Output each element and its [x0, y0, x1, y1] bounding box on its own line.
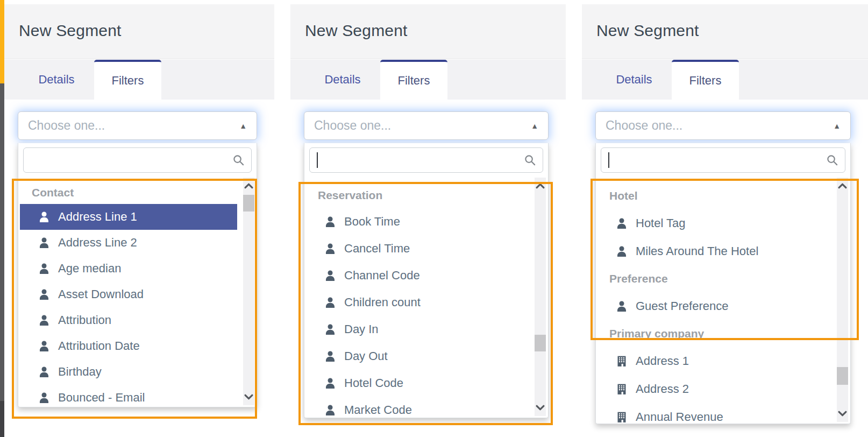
tab-details[interactable]: Details [305, 60, 380, 100]
select-placeholder: Choose one... [314, 118, 531, 133]
scrollbar-up-icon[interactable] [536, 182, 545, 189]
list-item-label: Day Out [344, 349, 388, 363]
tab-details[interactable]: Details [596, 60, 672, 100]
search-input[interactable] [601, 148, 845, 172]
tab-bar: Details Filters [582, 60, 868, 100]
scrollbar-thumb[interactable] [837, 367, 848, 385]
scrollbar-thumb[interactable] [535, 335, 546, 351]
list-item[interactable]: Address 2 [597, 375, 831, 403]
person-icon [616, 245, 628, 257]
search-input[interactable] [24, 148, 251, 172]
list-item[interactable]: Book Time [306, 208, 529, 235]
scrollbar[interactable] [837, 178, 848, 422]
person-icon [616, 217, 628, 229]
tab-filters[interactable]: Filters [380, 60, 447, 100]
list-item-label: Address 2 [636, 382, 689, 396]
options-list: ContactAddress Line 1Address Line 2Age m… [18, 177, 257, 407]
list-item-label: Annual Revenue [636, 410, 723, 424]
list-item[interactable]: Channel Code [306, 262, 529, 289]
group-header: Preference [596, 265, 850, 292]
list-item-label: Address Line 2 [58, 236, 137, 250]
person-icon [324, 297, 336, 308]
person-icon [38, 263, 50, 274]
list-item[interactable]: Hotel Tag [597, 209, 831, 237]
group-header: Hotel [596, 182, 850, 209]
scrollbar[interactable] [535, 178, 546, 416]
scrollbar-up-icon[interactable] [244, 182, 253, 189]
search-box [601, 147, 845, 173]
select-placeholder: Choose one... [606, 118, 833, 133]
person-icon [324, 404, 336, 416]
filter-type-select[interactable]: Choose one... ▲ [304, 111, 549, 140]
tab-bar: Details Filters [4, 60, 274, 100]
select-dropdown-panel: HotelHotel TagMiles Around The HotelPref… [595, 143, 851, 424]
search-input[interactable] [310, 148, 543, 172]
tab-filters[interactable]: Filters [672, 60, 739, 100]
scrollbar-down-icon[interactable] [838, 410, 847, 417]
scrollbar-down-icon[interactable] [244, 393, 253, 400]
scrollbar-thumb[interactable] [243, 195, 254, 212]
list-item-label: Bounced - Email [58, 391, 145, 405]
list-item-label: Age median [58, 262, 121, 276]
scrollbar-up-icon[interactable] [838, 182, 847, 189]
chevron-up-icon: ▲ [833, 122, 841, 130]
tab-details[interactable]: Details [19, 60, 94, 100]
search-box [309, 147, 543, 173]
text-cursor [608, 152, 609, 168]
person-icon [324, 377, 336, 389]
person-icon [324, 270, 336, 281]
person-icon [616, 300, 628, 312]
list-item-label: Attribution Date [58, 339, 140, 353]
list-item[interactable]: Age median [20, 256, 237, 281]
panel-header: New Segment [4, 4, 274, 59]
list-item[interactable]: Guest Preference [597, 292, 831, 320]
list-item[interactable]: Attribution Date [20, 333, 237, 359]
list-item-label: Book Time [344, 215, 400, 229]
list-item[interactable]: Children count [306, 289, 529, 316]
list-item-label: Hotel Code [344, 376, 403, 390]
list-item[interactable]: Address Line 2 [20, 230, 237, 256]
list-item[interactable]: Address 1 [597, 347, 831, 375]
list-item-label: Children count [344, 295, 421, 309]
person-icon [38, 211, 50, 223]
tab-filters[interactable]: Filters [94, 60, 161, 100]
chevron-up-icon: ▲ [239, 122, 247, 130]
options-list: ReservationBook TimeCancel TimeChannel C… [304, 177, 548, 418]
panel-header: New Segment [582, 4, 868, 59]
person-icon [324, 323, 336, 335]
list-item[interactable]: Day In [306, 316, 529, 343]
list-item-label: Hotel Tag [636, 216, 686, 230]
filter-type-select[interactable]: Choose one... ▲ [595, 111, 851, 140]
list-item[interactable]: Hotel Code [306, 370, 529, 397]
list-item-label: Market Code [344, 403, 412, 417]
select-dropdown-panel: ReservationBook TimeCancel TimeChannel C… [304, 143, 549, 418]
list-item[interactable]: Cancel Time [306, 235, 529, 262]
list-item[interactable]: Asset Download [20, 281, 237, 307]
list-item[interactable]: Bounced - Email [20, 385, 237, 407]
list-item-label: Guest Preference [636, 299, 728, 313]
filter-type-select[interactable]: Choose one... ▲ [18, 111, 257, 140]
list-item[interactable]: Annual Revenue [597, 403, 831, 424]
group-header: Reservation [304, 182, 548, 208]
list-item[interactable]: Birthday [20, 359, 237, 385]
list-item-label: Channel Code [344, 269, 420, 283]
scrollbar[interactable] [243, 178, 254, 405]
sidebar-accent-segment [0, 0, 4, 83]
list-item-label: Address 1 [636, 354, 689, 368]
list-item[interactable]: Market Code [306, 397, 529, 418]
person-icon [38, 237, 50, 249]
person-icon [38, 288, 50, 300]
scrollbar-down-icon[interactable] [536, 404, 545, 411]
list-item[interactable]: Day Out [306, 343, 529, 370]
list-item[interactable]: Address Line 1 [20, 204, 237, 230]
tab-bar: Details Filters [290, 60, 566, 100]
sidebar-rail [0, 0, 4, 437]
building-icon [616, 355, 628, 367]
person-icon [38, 340, 50, 352]
list-item[interactable]: Miles Around The Hotel [597, 237, 831, 265]
list-item[interactable]: Attribution [20, 307, 237, 333]
panel-header: New Segment [290, 4, 566, 59]
segment-dialog-panel: New Segment Details Filters Choose one..… [582, 0, 868, 437]
list-item-label: Birthday [58, 365, 102, 379]
person-icon [324, 216, 336, 228]
